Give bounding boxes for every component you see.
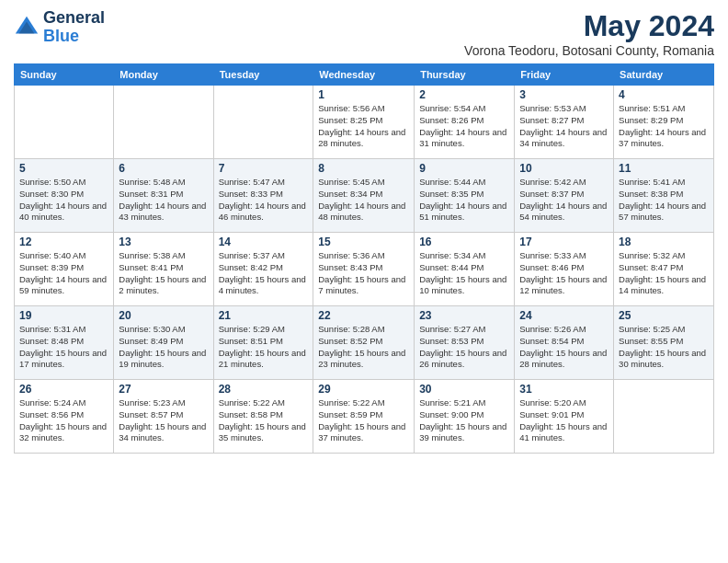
title-block: May 2024 Vorona Teodoru, Botosani County…: [464, 9, 714, 58]
cell-week3-day5: 17Sunrise: 5:33 AM Sunset: 8:46 PM Dayli…: [515, 233, 614, 306]
day-number: 8: [318, 162, 409, 175]
cell-week5-day4: 30Sunrise: 5:21 AM Sunset: 9:00 PM Dayli…: [415, 380, 515, 454]
day-info: Sunrise: 5:47 AM Sunset: 8:33 PM Dayligh…: [219, 177, 309, 224]
week-row-5: 26Sunrise: 5:24 AM Sunset: 8:56 PM Dayli…: [15, 380, 714, 454]
day-info: Sunrise: 5:37 AM Sunset: 8:42 PM Dayligh…: [219, 250, 309, 297]
logo-icon: [14, 15, 40, 40]
day-info: Sunrise: 5:24 AM Sunset: 8:56 PM Dayligh…: [19, 397, 108, 444]
cell-week5-day1: 27Sunrise: 5:23 AM Sunset: 8:57 PM Dayli…: [114, 380, 213, 454]
day-info: Sunrise: 5:28 AM Sunset: 8:52 PM Dayligh…: [318, 324, 409, 371]
day-info: Sunrise: 5:44 AM Sunset: 8:35 PM Dayligh…: [419, 177, 509, 224]
cell-week3-day1: 13Sunrise: 5:38 AM Sunset: 8:41 PM Dayli…: [114, 233, 213, 306]
header: General Blue May 2024 Vorona Teodoru, Bo…: [14, 9, 714, 58]
day-number: 21: [219, 309, 309, 322]
day-info: Sunrise: 5:45 AM Sunset: 8:34 PM Dayligh…: [318, 177, 409, 224]
day-info: Sunrise: 5:23 AM Sunset: 8:57 PM Dayligh…: [119, 397, 208, 444]
cell-week2-day5: 10Sunrise: 5:42 AM Sunset: 8:37 PM Dayli…: [515, 159, 614, 233]
col-wednesday: Wednesday: [313, 64, 415, 86]
day-info: Sunrise: 5:20 AM Sunset: 9:01 PM Dayligh…: [519, 397, 609, 444]
col-sunday: Sunday: [15, 64, 114, 86]
day-info: Sunrise: 5:53 AM Sunset: 8:27 PM Dayligh…: [519, 103, 609, 150]
cell-week3-day6: 18Sunrise: 5:32 AM Sunset: 8:47 PM Dayli…: [614, 233, 714, 306]
day-number: 27: [119, 383, 208, 396]
day-number: 4: [619, 88, 709, 101]
col-friday: Friday: [515, 64, 614, 86]
day-number: 12: [19, 236, 108, 248]
day-info: Sunrise: 5:56 AM Sunset: 8:25 PM Dayligh…: [318, 103, 409, 150]
day-number: 6: [119, 162, 208, 175]
col-monday: Monday: [114, 64, 213, 86]
day-info: Sunrise: 5:40 AM Sunset: 8:39 PM Dayligh…: [19, 250, 108, 297]
day-info: Sunrise: 5:50 AM Sunset: 8:30 PM Dayligh…: [19, 177, 108, 224]
day-info: Sunrise: 5:21 AM Sunset: 9:00 PM Dayligh…: [419, 397, 509, 444]
week-row-3: 12Sunrise: 5:40 AM Sunset: 8:39 PM Dayli…: [15, 233, 714, 306]
day-info: Sunrise: 5:51 AM Sunset: 8:29 PM Dayligh…: [619, 103, 709, 150]
day-info: Sunrise: 5:38 AM Sunset: 8:41 PM Dayligh…: [119, 250, 208, 297]
day-number: 10: [519, 162, 609, 175]
col-tuesday: Tuesday: [213, 64, 313, 86]
col-thursday: Thursday: [415, 64, 515, 86]
logo: General Blue: [14, 9, 105, 46]
day-number: 30: [419, 383, 509, 396]
cell-week5-day6: [614, 380, 714, 454]
cell-week1-day1: [114, 86, 213, 159]
day-info: Sunrise: 5:27 AM Sunset: 8:53 PM Dayligh…: [419, 324, 509, 371]
cell-week5-day0: 26Sunrise: 5:24 AM Sunset: 8:56 PM Dayli…: [15, 380, 114, 454]
cell-week2-day0: 5Sunrise: 5:50 AM Sunset: 8:30 PM Daylig…: [15, 159, 114, 233]
day-number: 14: [219, 236, 309, 248]
cell-week2-day1: 6Sunrise: 5:48 AM Sunset: 8:31 PM Daylig…: [114, 159, 213, 233]
logo-blue-text: Blue: [43, 27, 79, 45]
cell-week3-day4: 16Sunrise: 5:34 AM Sunset: 8:44 PM Dayli…: [415, 233, 515, 306]
day-number: 29: [318, 383, 409, 396]
day-number: 26: [19, 383, 108, 396]
calendar-table: Sunday Monday Tuesday Wednesday Thursday…: [14, 63, 714, 454]
day-number: 24: [519, 309, 609, 322]
week-row-2: 5Sunrise: 5:50 AM Sunset: 8:30 PM Daylig…: [15, 159, 714, 233]
cell-week4-day0: 19Sunrise: 5:31 AM Sunset: 8:48 PM Dayli…: [15, 306, 114, 380]
cell-week2-day6: 11Sunrise: 5:41 AM Sunset: 8:38 PM Dayli…: [614, 159, 714, 233]
day-info: Sunrise: 5:22 AM Sunset: 8:58 PM Dayligh…: [219, 397, 309, 444]
day-info: Sunrise: 5:54 AM Sunset: 8:26 PM Dayligh…: [419, 103, 509, 150]
header-row: Sunday Monday Tuesday Wednesday Thursday…: [15, 64, 714, 86]
cell-week5-day3: 29Sunrise: 5:22 AM Sunset: 8:59 PM Dayli…: [313, 380, 415, 454]
day-info: Sunrise: 5:29 AM Sunset: 8:51 PM Dayligh…: [219, 324, 309, 371]
week-row-1: 1Sunrise: 5:56 AM Sunset: 8:25 PM Daylig…: [15, 86, 714, 159]
cell-week4-day4: 23Sunrise: 5:27 AM Sunset: 8:53 PM Dayli…: [415, 306, 515, 380]
col-saturday: Saturday: [614, 64, 714, 86]
cell-week4-day5: 24Sunrise: 5:26 AM Sunset: 8:54 PM Dayli…: [515, 306, 614, 380]
cell-week4-day2: 21Sunrise: 5:29 AM Sunset: 8:51 PM Dayli…: [213, 306, 313, 380]
day-info: Sunrise: 5:30 AM Sunset: 8:49 PM Dayligh…: [119, 324, 208, 371]
location-subtitle: Vorona Teodoru, Botosani County, Romania: [464, 43, 714, 58]
day-info: Sunrise: 5:22 AM Sunset: 8:59 PM Dayligh…: [318, 397, 409, 444]
day-number: 7: [219, 162, 309, 175]
day-info: Sunrise: 5:33 AM Sunset: 8:46 PM Dayligh…: [519, 250, 609, 297]
cell-week4-day1: 20Sunrise: 5:30 AM Sunset: 8:49 PM Dayli…: [114, 306, 213, 380]
page: General Blue May 2024 Vorona Teodoru, Bo…: [0, 0, 728, 563]
day-number: 18: [619, 236, 709, 248]
cell-week1-day5: 3Sunrise: 5:53 AM Sunset: 8:27 PM Daylig…: [515, 86, 614, 159]
cell-week5-day5: 31Sunrise: 5:20 AM Sunset: 9:01 PM Dayli…: [515, 380, 614, 454]
day-number: 25: [619, 309, 709, 322]
day-number: 5: [19, 162, 108, 175]
cell-week3-day3: 15Sunrise: 5:36 AM Sunset: 8:43 PM Dayli…: [313, 233, 415, 306]
day-info: Sunrise: 5:32 AM Sunset: 8:47 PM Dayligh…: [619, 250, 709, 297]
day-info: Sunrise: 5:31 AM Sunset: 8:48 PM Dayligh…: [19, 324, 108, 371]
cell-week3-day0: 12Sunrise: 5:40 AM Sunset: 8:39 PM Dayli…: [15, 233, 114, 306]
day-number: 3: [519, 88, 609, 101]
cell-week2-day2: 7Sunrise: 5:47 AM Sunset: 8:33 PM Daylig…: [213, 159, 313, 233]
day-number: 15: [318, 236, 409, 248]
day-info: Sunrise: 5:48 AM Sunset: 8:31 PM Dayligh…: [119, 177, 208, 224]
day-number: 28: [219, 383, 309, 396]
cell-week1-day6: 4Sunrise: 5:51 AM Sunset: 8:29 PM Daylig…: [614, 86, 714, 159]
day-number: 11: [619, 162, 709, 175]
cell-week1-day2: [213, 86, 313, 159]
cell-week3-day2: 14Sunrise: 5:37 AM Sunset: 8:42 PM Dayli…: [213, 233, 313, 306]
day-number: 20: [119, 309, 208, 322]
day-number: 23: [419, 309, 509, 322]
cell-week1-day0: [15, 86, 114, 159]
day-info: Sunrise: 5:36 AM Sunset: 8:43 PM Dayligh…: [318, 250, 409, 297]
day-number: 16: [419, 236, 509, 248]
cell-week5-day2: 28Sunrise: 5:22 AM Sunset: 8:58 PM Dayli…: [213, 380, 313, 454]
cell-week1-day3: 1Sunrise: 5:56 AM Sunset: 8:25 PM Daylig…: [313, 86, 415, 159]
day-number: 1: [318, 88, 409, 101]
